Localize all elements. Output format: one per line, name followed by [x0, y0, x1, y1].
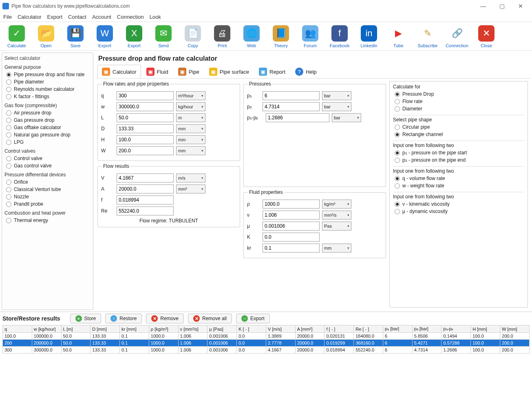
- unit-select[interactable]: m▾: [176, 113, 205, 122]
- sidebar-item[interactable]: K factor - fittings: [6, 94, 91, 99]
- sidebar-item[interactable]: Pipe pressure drop and flow rate: [6, 72, 91, 77]
- col-header[interactable]: H [mm]: [471, 325, 500, 333]
- unit-select[interactable]: mm▾: [176, 124, 205, 133]
- menu-look[interactable]: Look: [150, 14, 161, 20]
- toolbtn-close[interactable]: ✕Close: [475, 25, 497, 48]
- table-row[interactable]: 100.0100000.050.0133.330.11000.01.0060.0…: [3, 333, 530, 340]
- col-header[interactable]: p₂ [bar]: [412, 325, 441, 333]
- unit-select[interactable]: mm▾: [176, 146, 205, 155]
- tab-pipe[interactable]: ▣Pipe: [174, 65, 204, 78]
- field-input[interactable]: [266, 113, 329, 122]
- results-table[interactable]: qw [kg/hour]L [m]D [mm]kr [mm]ρ [kg/m³]ν…: [2, 325, 530, 354]
- field-input[interactable]: [117, 196, 174, 204]
- unit-select[interactable]: kg/hour▾: [176, 102, 205, 111]
- col-header[interactable]: W [mm]: [500, 325, 530, 333]
- unit-select[interactable]: mm²/s▾: [322, 211, 351, 220]
- sidebar-item[interactable]: Air pressure drop: [6, 110, 91, 116]
- toolbtn-forum[interactable]: 👥Forum: [299, 25, 321, 48]
- tab-report[interactable]: ▣Report: [254, 65, 290, 78]
- col-header[interactable]: p₁ [bar]: [383, 325, 412, 333]
- menu-file[interactable]: File: [3, 14, 12, 20]
- option-item[interactable]: Flow rate: [395, 99, 524, 104]
- sidebar-item[interactable]: Gas pressure drop: [6, 117, 91, 123]
- toolbtn-connection[interactable]: 🔗Connection: [446, 25, 468, 48]
- col-header[interactable]: D [mm]: [91, 325, 120, 333]
- menu-connection[interactable]: Connection: [117, 14, 144, 20]
- sidebar-item[interactable]: Natural gas pressure drop: [6, 132, 91, 138]
- col-header[interactable]: kr [mm]: [120, 325, 149, 333]
- field-input[interactable]: [263, 102, 320, 111]
- toolbtn-send[interactable]: ✉Send: [152, 25, 174, 48]
- sidebar-item[interactable]: Classical Venturi tube: [6, 187, 91, 192]
- tab-pipesurface[interactable]: ▣Pipe surface: [205, 65, 254, 78]
- field-input[interactable]: [117, 102, 174, 111]
- field-input[interactable]: [117, 124, 174, 133]
- btn-bexport[interactable]: →Export: [236, 314, 270, 323]
- field-input[interactable]: [117, 146, 174, 155]
- sidebar-item[interactable]: Orifice: [6, 179, 91, 185]
- toolbtn-tube[interactable]: ▶Tube: [387, 25, 409, 48]
- tab-help[interactable]: ?Help: [291, 65, 321, 78]
- field-input[interactable]: [117, 135, 174, 144]
- menu-export[interactable]: Export: [47, 14, 62, 20]
- toolbtn-theory[interactable]: 📘Theory: [270, 25, 292, 48]
- col-header[interactable]: ρ [kg/m³]: [149, 325, 178, 333]
- unit-select[interactable]: bar▾: [322, 91, 351, 100]
- col-header[interactable]: w [kg/hour]: [32, 325, 61, 333]
- table-row[interactable]: 200200000.050.0133.330.11000.01.0060.001…: [3, 340, 530, 347]
- unit-select[interactable]: m³/hour▾: [176, 91, 205, 100]
- unit-select[interactable]: bar▾: [332, 113, 361, 122]
- toolbtn-open[interactable]: 📂Open: [35, 25, 57, 48]
- unit-select[interactable]: bar▾: [322, 102, 351, 111]
- col-header[interactable]: μ [Pas]: [208, 325, 237, 333]
- col-header[interactable]: Re [ - ]: [354, 325, 383, 333]
- field-input[interactable]: [117, 174, 174, 182]
- unit-select[interactable]: mm▾: [176, 135, 205, 144]
- toolbtn-export-word[interactable]: WExport: [94, 25, 116, 48]
- sidebar-item[interactable]: Pipe diameter: [6, 79, 91, 85]
- field-input[interactable]: [263, 91, 320, 100]
- toolbtn-web[interactable]: 🌐Web: [241, 25, 263, 48]
- toolbtn-copy[interactable]: 📄Copy: [182, 25, 204, 48]
- unit-select[interactable]: Pas▾: [322, 222, 351, 231]
- field-input[interactable]: [117, 91, 174, 100]
- option-item[interactable]: Rectangle channel: [395, 132, 524, 137]
- tab-fluid[interactable]: ▣Fluid: [142, 65, 173, 78]
- menu-calculator[interactable]: Calculator: [18, 14, 42, 20]
- option-item[interactable]: p₁ - pressure on the pipe start: [395, 150, 524, 156]
- unit-select[interactable]: mm▾: [322, 244, 351, 253]
- tab-calculator[interactable]: ▣Calculator: [97, 65, 141, 78]
- unit-select[interactable]: m/s▾: [176, 174, 205, 182]
- field-input[interactable]: [263, 222, 320, 231]
- btn-removeall[interactable]: ✕Remove all: [188, 314, 232, 323]
- btn-remove[interactable]: ✕Remove: [146, 314, 184, 323]
- toolbtn-print[interactable]: 🖨Print: [211, 25, 233, 48]
- option-item[interactable]: p₂ - pressure on the pipe end: [395, 157, 524, 163]
- toolbtn-export-excel[interactable]: XExport: [123, 25, 145, 48]
- toolbtn-subscribe[interactable]: ✎Subscribe: [417, 25, 439, 48]
- field-input[interactable]: [117, 113, 174, 122]
- option-item[interactable]: Circular pipe: [395, 124, 524, 130]
- sidebar-item[interactable]: Prandtl probe: [6, 201, 91, 207]
- maximize-button[interactable]: ▢: [496, 2, 508, 10]
- unit-select[interactable]: mm²▾: [176, 185, 205, 193]
- menu-account[interactable]: Account: [92, 14, 111, 20]
- sidebar-item[interactable]: Nozzle: [6, 194, 91, 200]
- sidebar-item[interactable]: Thermal energy: [6, 217, 91, 223]
- col-header[interactable]: q: [3, 325, 32, 333]
- toolbtn-linkedin[interactable]: inLinkedin: [358, 25, 380, 48]
- option-item[interactable]: q - volume flow rate: [395, 176, 524, 181]
- btn-store[interactable]: +Store: [70, 314, 102, 323]
- field-input[interactable]: [117, 185, 174, 193]
- option-item[interactable]: Pressure Drop: [395, 91, 524, 97]
- close-window-button[interactable]: ✕: [515, 2, 526, 10]
- toolbtn-save[interactable]: 💾Save: [64, 25, 86, 48]
- field-input[interactable]: [117, 206, 174, 215]
- sidebar-item[interactable]: Gas offtake calculator: [6, 125, 91, 130]
- field-input[interactable]: [263, 211, 320, 220]
- menu-contact[interactable]: Contact: [68, 14, 86, 20]
- field-input[interactable]: [263, 244, 320, 253]
- toolbtn-facebook[interactable]: fFacebook: [329, 25, 351, 48]
- field-input[interactable]: [263, 233, 320, 242]
- col-header[interactable]: ν [mm²/s]: [178, 325, 208, 333]
